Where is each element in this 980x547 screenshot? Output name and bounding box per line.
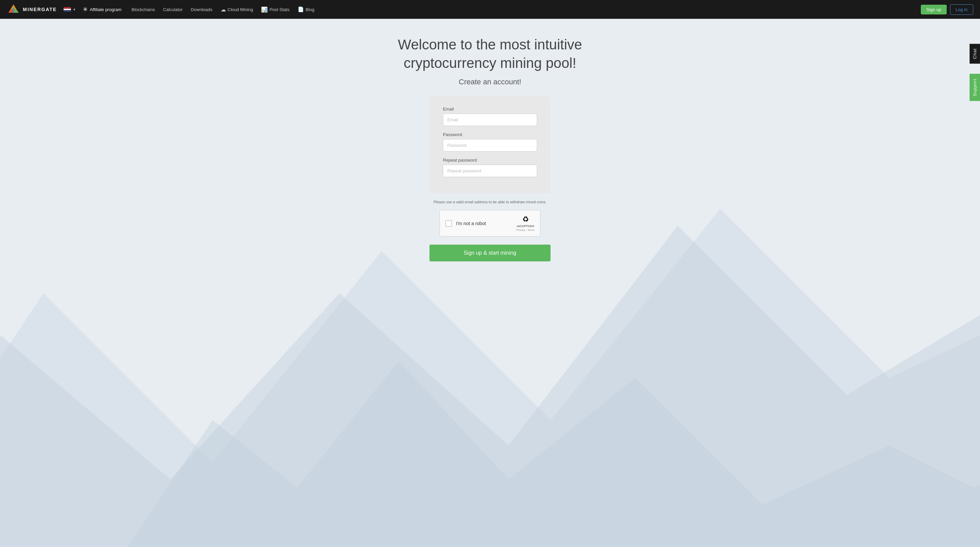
email-group: Email bbox=[443, 106, 537, 126]
nav-blog[interactable]: 📄 Blog bbox=[298, 6, 315, 13]
captcha-label: I'm not a robot bbox=[456, 221, 486, 226]
affiliate-link[interactable]: ✳ Affiliate program bbox=[83, 6, 121, 13]
captcha-checkbox[interactable] bbox=[445, 220, 452, 227]
password-label: Password bbox=[443, 132, 537, 137]
nav-downloads-label: Downloads bbox=[191, 7, 212, 12]
repeat-password-label: Repeat password bbox=[443, 158, 537, 163]
affiliate-label: Affiliate program bbox=[90, 7, 121, 12]
nav-pool-stats-label: Pool Stats bbox=[269, 7, 289, 12]
nav-links: Blockchains Calculator Downloads ☁ Cloud… bbox=[132, 6, 921, 13]
nav-cloud-mining[interactable]: ☁ Cloud Mining bbox=[221, 6, 253, 13]
bar-chart-icon: 📊 bbox=[261, 6, 268, 13]
nav-blog-label: Blog bbox=[306, 7, 315, 12]
email-input[interactable] bbox=[443, 114, 537, 126]
chevron-down-icon: ▼ bbox=[73, 8, 76, 11]
blog-icon: 📄 bbox=[298, 6, 304, 13]
recaptcha-icon: ♻ bbox=[522, 215, 529, 224]
chat-tab-label: Chat bbox=[972, 48, 977, 59]
chat-tab[interactable]: Chat bbox=[970, 44, 980, 63]
support-tab[interactable]: Support bbox=[970, 74, 980, 101]
navbar: MinerGate ▼ ✳ Affiliate program Blockcha… bbox=[0, 0, 980, 19]
nav-calculator-label: Calculator bbox=[163, 7, 183, 12]
repeat-password-input[interactable] bbox=[443, 165, 537, 177]
password-input[interactable] bbox=[443, 139, 537, 152]
support-tab-label: Support bbox=[972, 79, 977, 97]
nav-calculator[interactable]: Calculator bbox=[163, 7, 183, 12]
captcha-privacy: Privacy - Terms bbox=[516, 228, 535, 231]
language-selector[interactable]: ▼ bbox=[64, 7, 76, 12]
captcha-left: I'm not a robot bbox=[445, 220, 486, 227]
nav-pool-stats[interactable]: 📊 Pool Stats bbox=[261, 6, 289, 13]
logo[interactable]: MinerGate bbox=[7, 3, 57, 16]
captcha-widget[interactable]: I'm not a robot ♻ reCAPTCHA Privacy - Te… bbox=[439, 210, 541, 236]
nav-cloud-mining-label: Cloud Mining bbox=[228, 7, 253, 12]
login-button[interactable]: Log in bbox=[950, 4, 973, 15]
affiliate-icon: ✳ bbox=[83, 6, 88, 13]
signup-button[interactable]: Sign up bbox=[921, 5, 947, 14]
main-content: Welcome to the most intuitive cryptocurr… bbox=[0, 19, 980, 288]
logo-icon bbox=[7, 3, 20, 16]
email-label: Email bbox=[443, 106, 537, 111]
disclaimer-text: Please use a valid email address to be a… bbox=[433, 200, 547, 204]
password-group: Password bbox=[443, 132, 537, 152]
flag-icon bbox=[64, 7, 71, 12]
nav-blockchains-label: Blockchains bbox=[132, 7, 155, 12]
captcha-brand: reCAPTCHA bbox=[517, 224, 535, 228]
signup-form-card: Email Password Repeat password bbox=[430, 97, 550, 193]
hero-subtitle: Create an account! bbox=[459, 78, 521, 86]
captcha-logo: ♻ reCAPTCHA Privacy - Terms bbox=[516, 215, 535, 231]
nav-downloads[interactable]: Downloads bbox=[191, 7, 212, 12]
cloud-icon: ☁ bbox=[221, 6, 226, 13]
repeat-password-group: Repeat password bbox=[443, 158, 537, 177]
hero-title: Welcome to the most intuitive cryptocurr… bbox=[372, 36, 608, 72]
nav-blockchains[interactable]: Blockchains bbox=[132, 7, 155, 12]
signup-submit-button[interactable]: Sign up & start mining bbox=[430, 244, 550, 262]
nav-actions: Sign up Log in bbox=[921, 4, 973, 15]
logo-text: MinerGate bbox=[23, 7, 57, 12]
